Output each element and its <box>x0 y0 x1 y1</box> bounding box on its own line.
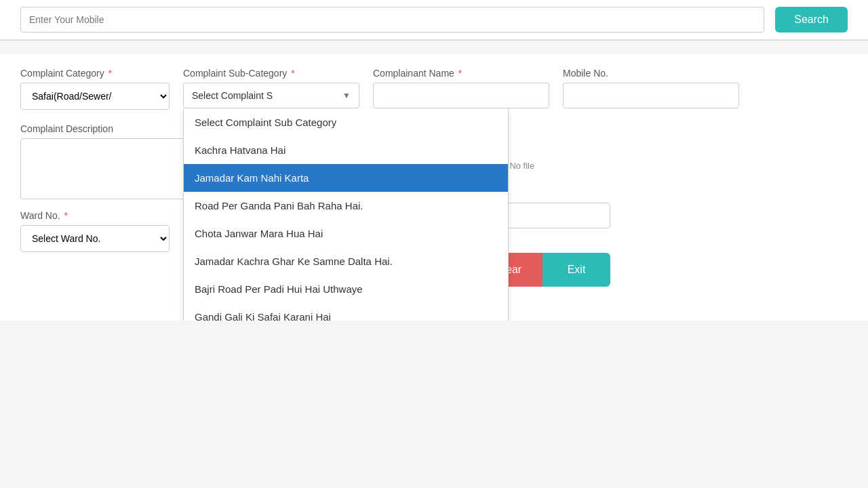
dropdown-item[interactable]: Select Complaint Sub Category <box>184 108 508 136</box>
required-star-name: * <box>456 68 462 79</box>
complainant-name-label: Complainant Name * <box>373 68 549 79</box>
form-row-1: Complaint Category * Safai(Road/Sewer/ C… <box>20 68 848 110</box>
dropdown-selected-text: Select Complaint S <box>192 90 273 101</box>
dropdown-item[interactable]: Chota Janwar Mara Hua Hai <box>184 220 508 247</box>
complaint-subcategory-group: Complaint Sub-Category * Select Complain… <box>183 68 359 108</box>
subcategory-dropdown-trigger[interactable]: Select Complaint S ▼ <box>183 83 359 108</box>
subcategory-dropdown-list: Select Complaint Sub CategoryKachra Hatv… <box>183 108 509 321</box>
chevron-down-icon: ▼ <box>342 91 351 100</box>
mobile-no-group: Mobile No. <box>563 68 739 108</box>
required-star-ward: * <box>62 210 68 221</box>
complaint-category-label: Complaint Category * <box>20 68 170 79</box>
complaint-subcategory-label: Complaint Sub-Category * <box>183 68 359 79</box>
dropdown-item[interactable]: Jamadar Kachra Ghar Ke Samne Dalta Hai. <box>184 247 508 275</box>
form-section: Complaint Category * Safai(Road/Sewer/ C… <box>0 54 868 321</box>
exit-button[interactable]: Exit <box>542 253 610 287</box>
mobile-input[interactable] <box>20 7 764 33</box>
complaint-category-group: Complaint Category * Safai(Road/Sewer/ <box>20 68 170 110</box>
dropdown-item[interactable]: Bajri Road Per Padi Hui Hai Uthwaye <box>184 275 508 303</box>
ward-no-group: Ward No. * Select Ward No. <box>20 210 170 252</box>
subcategory-dropdown-wrapper: Select Complaint S ▼ Select Complaint Su… <box>183 83 359 108</box>
dropdown-item[interactable]: Gandi Gali Ki Safai Karani Hai <box>184 303 508 321</box>
dropdown-item[interactable]: Road Per Ganda Pani Bah Raha Hai. <box>184 192 508 220</box>
ward-no-select[interactable]: Select Ward No. <box>20 225 170 252</box>
required-star-sub: * <box>288 68 294 79</box>
complaint-category-select[interactable]: Safai(Road/Sewer/ <box>20 83 170 110</box>
complainant-name-input[interactable] <box>373 83 549 108</box>
top-bar: Search <box>0 0 868 40</box>
divider <box>0 40 868 41</box>
mobile-no-label: Mobile No. <box>563 68 739 79</box>
dropdown-item[interactable]: Kachra Hatvana Hai <box>184 136 508 164</box>
dropdown-item[interactable]: Jamadar Kam Nahi Karta <box>184 164 508 192</box>
ward-no-label: Ward No. * <box>20 210 170 221</box>
required-star: * <box>106 68 112 79</box>
complainant-name-group: Complainant Name * <box>373 68 549 108</box>
search-button[interactable]: Search <box>775 7 848 33</box>
mobile-no-input[interactable] <box>563 83 739 108</box>
no-file-text: No file <box>509 161 534 171</box>
